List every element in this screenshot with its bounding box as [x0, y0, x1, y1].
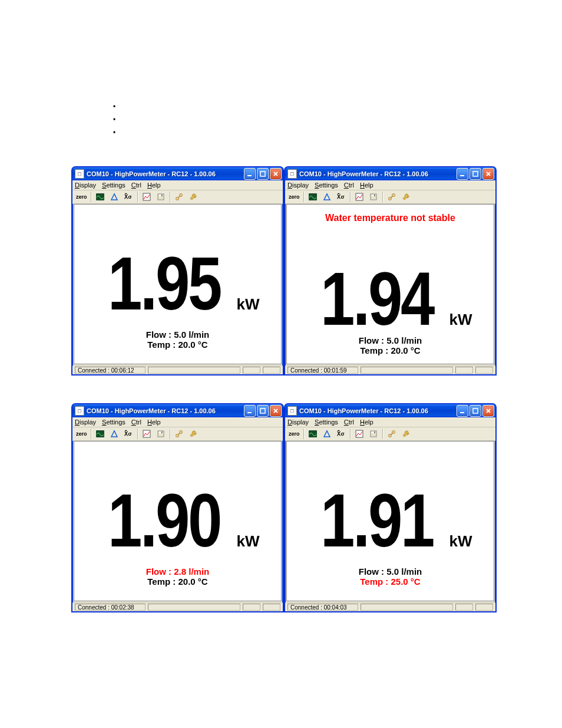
titlebar[interactable]: □ COM10 - HighPowerMeter - RC12 - 1.00.0… — [285, 167, 495, 180]
menu-display[interactable]: Display — [75, 182, 96, 189]
power-unit: kW — [449, 311, 472, 329]
connect-icon[interactable] — [173, 192, 186, 202]
menubar: Display Settings Ctrl Help — [72, 417, 283, 427]
status-connected: Connected : 00:02:38 — [75, 604, 146, 611]
close-button[interactable] — [270, 168, 282, 180]
triangle-button[interactable] — [108, 192, 121, 202]
scope-button[interactable] — [94, 192, 107, 202]
chart-button[interactable] — [353, 429, 366, 439]
close-button[interactable] — [482, 168, 494, 180]
menu-ctrl[interactable]: Ctrl — [344, 182, 354, 189]
menu-display[interactable]: Display — [287, 182, 309, 189]
flow-reading: Flow : 5.0 l/min — [287, 335, 494, 345]
toolbar-separator — [382, 429, 383, 439]
maximize-button[interactable] — [470, 405, 481, 417]
toolbar: zero X̄σ — [285, 190, 495, 204]
maximize-button[interactable] — [257, 168, 269, 180]
scope-button[interactable] — [94, 429, 107, 439]
status-cell — [475, 604, 493, 611]
zero-button[interactable]: zero — [75, 192, 88, 202]
menu-ctrl[interactable]: Ctrl — [131, 182, 141, 189]
svg-rect-18 — [247, 412, 252, 413]
chart-button[interactable] — [140, 429, 153, 439]
statusbar: Connected : 00:02:38 — [72, 602, 283, 611]
stats-button[interactable]: X̄σ — [122, 192, 135, 202]
minimize-button[interactable] — [244, 168, 256, 180]
temp-reading: Temp : 25.0 °C — [287, 577, 494, 587]
power-value: 1.94 — [320, 266, 433, 332]
minimize-button[interactable] — [457, 168, 468, 180]
menu-ctrl[interactable]: Ctrl — [344, 419, 354, 426]
minimize-button[interactable] — [457, 405, 468, 417]
connect-icon[interactable] — [385, 429, 398, 439]
svg-rect-15 — [374, 195, 375, 196]
chart-button[interactable] — [353, 192, 366, 202]
zero-button[interactable]: zero — [75, 429, 88, 439]
stats-button[interactable]: X̄σ — [335, 192, 348, 202]
status-cell — [263, 604, 280, 611]
stats-button[interactable]: X̄σ — [335, 429, 348, 439]
menu-help[interactable]: Help — [147, 419, 161, 426]
menu-display[interactable]: Display — [75, 419, 96, 426]
menu-help[interactable]: Help — [360, 182, 373, 189]
svg-rect-3 — [143, 193, 150, 200]
power-value: 1.91 — [320, 487, 433, 554]
maximize-button[interactable] — [470, 168, 481, 180]
menu-settings[interactable]: Settings — [102, 182, 125, 189]
app-icon: □ — [75, 406, 84, 416]
toolbar-separator — [382, 192, 383, 202]
titlebar[interactable]: □ COM10 - HighPowerMeter - RC12 - 1.00.0… — [72, 404, 283, 417]
menu-help[interactable]: Help — [360, 419, 373, 426]
triangle-button[interactable] — [320, 429, 333, 439]
maximize-button[interactable] — [257, 405, 269, 417]
zero-button[interactable]: zero — [287, 192, 301, 202]
menu-settings[interactable]: Settings — [102, 419, 125, 426]
secondary-readout: Flow : 5.0 l/min Temp : 20.0 °C — [287, 335, 494, 355]
svg-rect-9 — [460, 175, 464, 176]
save-button[interactable] — [367, 429, 380, 439]
minimize-button[interactable] — [244, 405, 256, 417]
toolbar-separator — [350, 429, 351, 439]
menubar: Display Settings Ctrl Help — [72, 180, 283, 190]
menu-ctrl[interactable]: Ctrl — [131, 419, 141, 426]
triangle-button[interactable] — [108, 429, 121, 439]
status-cell — [455, 367, 473, 374]
zero-button[interactable]: zero — [287, 429, 301, 439]
save-button[interactable] — [154, 429, 167, 439]
svg-rect-1 — [260, 172, 265, 176]
menubar: Display Settings Ctrl Help — [285, 180, 495, 190]
connect-icon[interactable] — [385, 192, 398, 202]
titlebar[interactable]: □ COM10 - HighPowerMeter - RC12 - 1.00.0… — [72, 167, 283, 180]
statusbar: Connected : 00:04:03 — [285, 602, 495, 611]
status-cell — [475, 367, 493, 374]
close-button[interactable] — [482, 405, 494, 417]
triangle-button[interactable] — [320, 192, 333, 202]
menu-settings[interactable]: Settings — [315, 182, 338, 189]
wrench-icon[interactable] — [399, 192, 412, 202]
titlebar[interactable]: □ COM10 - HighPowerMeter - RC12 - 1.00.0… — [285, 404, 495, 417]
secondary-readout: Flow : 5.0 l/min Temp : 20.0 °C — [74, 330, 281, 350]
scope-button[interactable] — [306, 192, 319, 202]
menu-display[interactable]: Display — [287, 419, 309, 426]
app-icon: □ — [287, 406, 297, 416]
app-icon: □ — [75, 169, 84, 179]
stats-button[interactable]: X̄σ — [122, 429, 135, 439]
wrench-icon[interactable] — [187, 429, 200, 439]
temp-reading: Temp : 20.0 °C — [287, 345, 494, 355]
connect-icon[interactable] — [173, 429, 186, 439]
status-spacer — [361, 604, 453, 611]
save-button[interactable] — [154, 192, 167, 202]
svg-rect-24 — [161, 431, 163, 433]
close-button[interactable] — [270, 405, 282, 417]
wrench-icon[interactable] — [187, 192, 200, 202]
chart-button[interactable] — [140, 192, 153, 202]
toolbar: zero X̄σ — [72, 427, 283, 441]
menu-settings[interactable]: Settings — [315, 419, 338, 426]
toolbar-separator — [170, 429, 170, 439]
save-button[interactable] — [367, 192, 380, 202]
menu-help[interactable]: Help — [147, 182, 161, 189]
client-area: 1.95 kW Flow : 5.0 l/min Temp : 20.0 °C — [74, 204, 282, 364]
scope-button[interactable] — [306, 429, 319, 439]
wrench-icon[interactable] — [399, 429, 412, 439]
flow-reading: Flow : 5.0 l/min — [74, 330, 281, 340]
